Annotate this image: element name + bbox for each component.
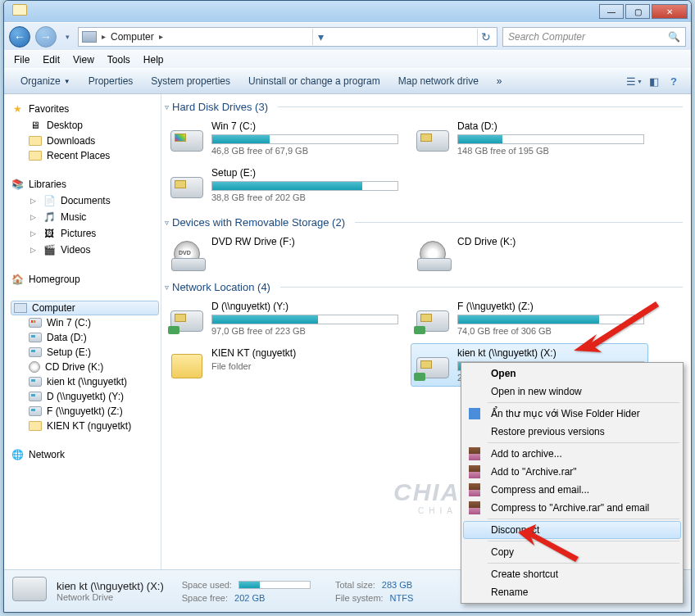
- cm-wise-folder-hider[interactable]: Ẩn thư mục với Wise Folder Hider: [463, 405, 681, 423]
- menu-edit[interactable]: Edit: [36, 52, 66, 67]
- menu-bar: File Edit View Tools Help: [4, 50, 691, 68]
- drive-kienkt-folder[interactable]: KIEN KT (nguyetkt) File folder: [165, 343, 402, 387]
- space-free-label: Space free:: [182, 593, 228, 603]
- addr-dropdown-icon[interactable]: ▾: [312, 29, 329, 45]
- drive-icon: [12, 577, 48, 606]
- breadcrumb-arrow[interactable]: ▸: [157, 32, 165, 41]
- winrar-icon: [466, 501, 483, 514]
- menu-file[interactable]: File: [7, 52, 36, 67]
- sidebar-drive-d[interactable]: Data (D:): [11, 330, 159, 345]
- cd-icon: [415, 236, 451, 267]
- cm-open-new-window[interactable]: Open in new window: [463, 383, 681, 401]
- search-placeholder: Search Computer: [508, 31, 585, 43]
- menu-tools[interactable]: Tools: [101, 52, 137, 67]
- sidebar-drive-e[interactable]: Setup (E:): [11, 345, 159, 360]
- cm-compress-email[interactable]: Compress and email...: [463, 481, 681, 499]
- refresh-button[interactable]: ↻: [477, 29, 493, 45]
- capacity-bar: [457, 134, 644, 144]
- help-button[interactable]: ?: [665, 72, 683, 90]
- expand-icon[interactable]: ▷: [29, 197, 38, 206]
- libraries-group[interactable]: 📚Libraries: [11, 176, 159, 192]
- menu-view[interactable]: View: [66, 52, 101, 67]
- preview-pane-button[interactable]: ◧: [645, 72, 663, 90]
- section-removable[interactable]: ▿Devices with Removable Storage (2): [165, 215, 683, 232]
- collapse-icon: ▿: [165, 283, 169, 292]
- sidebar-drive-x[interactable]: kien kt (\\nguyetkt): [11, 374, 159, 389]
- expand-icon[interactable]: ▷: [29, 229, 38, 238]
- cm-add-archive[interactable]: Add to archive...: [463, 445, 681, 463]
- expand-icon[interactable]: ▷: [29, 246, 38, 255]
- drive-label: KIEN KT (nguyetkt): [211, 347, 398, 359]
- nav-history-dropdown[interactable]: ▾: [61, 28, 73, 46]
- sidebar-pictures[interactable]: ▷🖼Pictures: [11, 225, 159, 242]
- sidebar-drive-c[interactable]: Win 7 (C:): [11, 315, 159, 330]
- drive-cd[interactable]: CD Drive (K:): [411, 232, 648, 271]
- sidebar-drive-z[interactable]: F (\\nguyetkt) (Z:): [11, 404, 159, 419]
- cm-rename[interactable]: Rename: [463, 583, 681, 601]
- back-button[interactable]: ←: [9, 26, 30, 48]
- maximize-button[interactable]: ▢: [625, 4, 650, 19]
- close-button[interactable]: ✕: [652, 4, 688, 19]
- minimize-button[interactable]: —: [599, 4, 624, 19]
- forward-button[interactable]: →: [35, 26, 57, 48]
- computer-group[interactable]: Computer: [11, 301, 159, 315]
- menu-help[interactable]: Help: [137, 52, 170, 67]
- computer-icon: [82, 31, 97, 43]
- network-icon: 🌐: [11, 448, 24, 461]
- expand-icon[interactable]: ▷: [29, 213, 38, 222]
- drive-y[interactable]: D (\\nguyetkt) (Y:) 97,0 GB free of 223 …: [165, 297, 402, 340]
- drive-c[interactable]: Win 7 (C:) 46,8 GB free of 67,9 GB: [165, 116, 402, 160]
- properties-button[interactable]: Properties: [80, 72, 142, 90]
- netdrive-icon: [169, 301, 205, 332]
- drive-icon: [29, 318, 42, 328]
- filesystem-value: NTFS: [390, 593, 414, 603]
- breadcrumb-arrow[interactable]: ▸: [100, 32, 107, 41]
- command-bar: Organize▼ Properties System properties U…: [4, 68, 691, 94]
- svg-marker-1: [518, 524, 579, 562]
- folder-icon: [29, 136, 42, 146]
- cm-compress-rar-email[interactable]: Compress to "Archive.rar" and email: [463, 499, 681, 517]
- favorites-group[interactable]: ★Favorites: [11, 101, 159, 117]
- view-mode-button[interactable]: ☰▼: [625, 72, 643, 90]
- sidebar-desktop[interactable]: 🖥Desktop: [11, 117, 159, 134]
- drive-e[interactable]: Setup (E:) 38,8 GB free of 202 GB: [165, 163, 402, 206]
- computer-icon: [14, 303, 27, 313]
- sidebar-music[interactable]: ▷🎵Music: [11, 209, 159, 225]
- drive-d[interactable]: Data (D:) 148 GB free of 195 GB: [411, 116, 648, 160]
- search-input[interactable]: Search Computer 🔍: [502, 27, 686, 47]
- dvd-icon: [169, 236, 205, 267]
- section-hdd[interactable]: ▿Hard Disk Drives (3): [165, 99, 683, 116]
- address-bar[interactable]: ▸ Computer ▸ ▾ ↻: [78, 27, 497, 47]
- organize-button[interactable]: Organize▼: [12, 72, 79, 90]
- drive-label: Setup (E:): [211, 167, 398, 179]
- cm-open[interactable]: Open: [463, 365, 681, 383]
- sidebar-drive-y[interactable]: D (\\nguyetkt) (Y:): [11, 389, 159, 404]
- sidebar-videos[interactable]: ▷🎬Videos: [11, 242, 159, 258]
- sidebar-drive-k[interactable]: CD Drive (K:): [11, 360, 159, 374]
- free-space: 148 GB free of 195 GB: [457, 146, 644, 156]
- system-properties-button[interactable]: System properties: [143, 72, 238, 90]
- sidebar-recent[interactable]: Recent Places: [11, 148, 159, 163]
- sidebar-documents[interactable]: ▷📄Documents: [11, 192, 159, 209]
- map-drive-button[interactable]: Map network drive: [390, 72, 487, 90]
- music-icon: 🎵: [43, 211, 56, 224]
- breadcrumb-computer[interactable]: Computer: [107, 31, 157, 43]
- uninstall-button[interactable]: Uninstall or change a program: [240, 72, 388, 90]
- network-group[interactable]: 🌐Network: [11, 446, 159, 463]
- drive-label: CD Drive (K:): [457, 236, 644, 247]
- pictures-icon: 🖼: [43, 227, 56, 240]
- homegroup[interactable]: 🏠Homegroup: [11, 271, 159, 288]
- drive-label: DVD RW Drive (F:): [211, 236, 398, 247]
- sidebar-kienkt-folder[interactable]: KIEN KT (nguyetkt): [11, 419, 159, 433]
- search-icon[interactable]: 🔍: [668, 31, 680, 43]
- space-used-bar: [238, 581, 311, 589]
- cm-add-archive-rar[interactable]: Add to "Archive.rar": [463, 463, 681, 481]
- more-commands-button[interactable]: »: [488, 72, 511, 90]
- cm-restore-versions[interactable]: Restore previous versions: [463, 423, 681, 441]
- drive-label: Data (D:): [457, 120, 644, 132]
- sidebar-downloads[interactable]: Downloads: [11, 134, 159, 148]
- folder-icon: [29, 151, 42, 161]
- folder-icon: [29, 421, 42, 431]
- drive-dvd[interactable]: DVD RW Drive (F:): [165, 232, 402, 271]
- titlebar[interactable]: — ▢ ✕: [4, 1, 691, 22]
